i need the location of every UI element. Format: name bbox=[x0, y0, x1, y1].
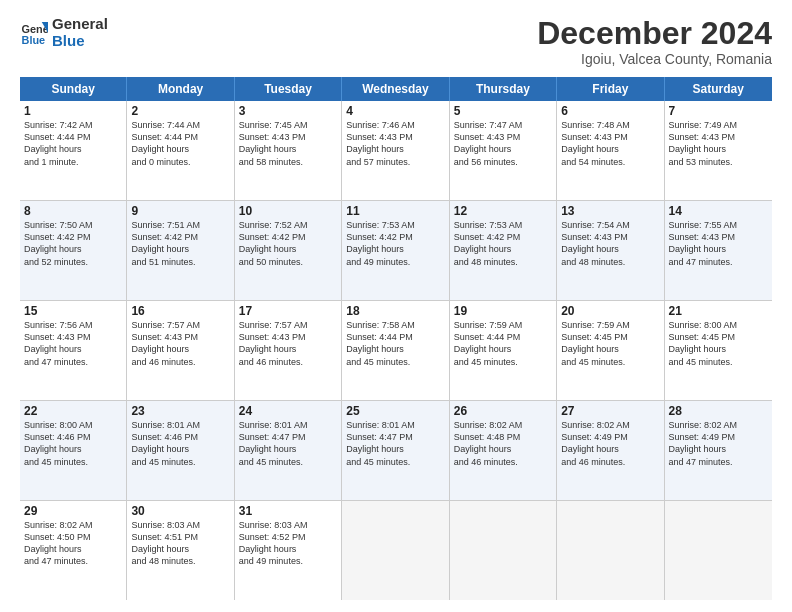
day-cell-18: 18 Sunrise: 7:58 AMSunset: 4:44 PMDaylig… bbox=[342, 301, 449, 400]
day-info: Sunrise: 8:01 AMSunset: 4:47 PMDaylight … bbox=[239, 420, 308, 466]
day-info: Sunrise: 7:42 AMSunset: 4:44 PMDaylight … bbox=[24, 120, 93, 166]
day-number: 23 bbox=[131, 404, 229, 418]
day-info: Sunrise: 7:56 AMSunset: 4:43 PMDaylight … bbox=[24, 320, 93, 366]
empty-cell-4-3 bbox=[342, 501, 449, 600]
calendar-row-1: 1 Sunrise: 7:42 AMSunset: 4:44 PMDayligh… bbox=[20, 101, 772, 201]
day-info: Sunrise: 7:51 AMSunset: 4:42 PMDaylight … bbox=[131, 220, 200, 266]
day-cell-9: 9 Sunrise: 7:51 AMSunset: 4:42 PMDayligh… bbox=[127, 201, 234, 300]
day-number: 16 bbox=[131, 304, 229, 318]
day-number: 6 bbox=[561, 104, 659, 118]
day-number: 15 bbox=[24, 304, 122, 318]
day-info: Sunrise: 8:00 AMSunset: 4:45 PMDaylight … bbox=[669, 320, 738, 366]
day-cell-6: 6 Sunrise: 7:48 AMSunset: 4:43 PMDayligh… bbox=[557, 101, 664, 200]
day-number: 1 bbox=[24, 104, 122, 118]
day-number: 9 bbox=[131, 204, 229, 218]
day-info: Sunrise: 7:48 AMSunset: 4:43 PMDaylight … bbox=[561, 120, 630, 166]
day-info: Sunrise: 7:54 AMSunset: 4:43 PMDaylight … bbox=[561, 220, 630, 266]
main-title: December 2024 bbox=[537, 16, 772, 51]
day-number: 27 bbox=[561, 404, 659, 418]
day-number: 24 bbox=[239, 404, 337, 418]
day-info: Sunrise: 7:58 AMSunset: 4:44 PMDaylight … bbox=[346, 320, 415, 366]
day-number: 13 bbox=[561, 204, 659, 218]
day-cell-29: 29 Sunrise: 8:02 AMSunset: 4:50 PMDaylig… bbox=[20, 501, 127, 600]
day-cell-17: 17 Sunrise: 7:57 AMSunset: 4:43 PMDaylig… bbox=[235, 301, 342, 400]
day-cell-31: 31 Sunrise: 8:03 AMSunset: 4:52 PMDaylig… bbox=[235, 501, 342, 600]
day-cell-27: 27 Sunrise: 8:02 AMSunset: 4:49 PMDaylig… bbox=[557, 401, 664, 500]
day-number: 30 bbox=[131, 504, 229, 518]
day-cell-7: 7 Sunrise: 7:49 AMSunset: 4:43 PMDayligh… bbox=[665, 101, 772, 200]
day-cell-2: 2 Sunrise: 7:44 AMSunset: 4:44 PMDayligh… bbox=[127, 101, 234, 200]
day-cell-28: 28 Sunrise: 8:02 AMSunset: 4:49 PMDaylig… bbox=[665, 401, 772, 500]
svg-text:Blue: Blue bbox=[22, 33, 46, 45]
day-info: Sunrise: 7:57 AMSunset: 4:43 PMDaylight … bbox=[131, 320, 200, 366]
day-number: 25 bbox=[346, 404, 444, 418]
subtitle: Igoiu, Valcea County, Romania bbox=[537, 51, 772, 67]
day-info: Sunrise: 7:59 AMSunset: 4:45 PMDaylight … bbox=[561, 320, 630, 366]
logo-blue: Blue bbox=[52, 33, 108, 50]
logo-general: General bbox=[52, 16, 108, 33]
empty-cell-4-4 bbox=[450, 501, 557, 600]
day-number: 21 bbox=[669, 304, 768, 318]
day-number: 17 bbox=[239, 304, 337, 318]
day-cell-4: 4 Sunrise: 7:46 AMSunset: 4:43 PMDayligh… bbox=[342, 101, 449, 200]
day-cell-15: 15 Sunrise: 7:56 AMSunset: 4:43 PMDaylig… bbox=[20, 301, 127, 400]
day-number: 18 bbox=[346, 304, 444, 318]
day-info: Sunrise: 7:59 AMSunset: 4:44 PMDaylight … bbox=[454, 320, 523, 366]
empty-cell-4-6 bbox=[665, 501, 772, 600]
day-number: 8 bbox=[24, 204, 122, 218]
day-number: 4 bbox=[346, 104, 444, 118]
day-cell-8: 8 Sunrise: 7:50 AMSunset: 4:42 PMDayligh… bbox=[20, 201, 127, 300]
day-cell-23: 23 Sunrise: 8:01 AMSunset: 4:46 PMDaylig… bbox=[127, 401, 234, 500]
day-cell-16: 16 Sunrise: 7:57 AMSunset: 4:43 PMDaylig… bbox=[127, 301, 234, 400]
day-number: 2 bbox=[131, 104, 229, 118]
day-info: Sunrise: 7:45 AMSunset: 4:43 PMDaylight … bbox=[239, 120, 308, 166]
day-info: Sunrise: 8:01 AMSunset: 4:47 PMDaylight … bbox=[346, 420, 415, 466]
day-info: Sunrise: 8:02 AMSunset: 4:48 PMDaylight … bbox=[454, 420, 523, 466]
day-cell-19: 19 Sunrise: 7:59 AMSunset: 4:44 PMDaylig… bbox=[450, 301, 557, 400]
calendar-row-4: 22 Sunrise: 8:00 AMSunset: 4:46 PMDaylig… bbox=[20, 401, 772, 501]
day-info: Sunrise: 7:46 AMSunset: 4:43 PMDaylight … bbox=[346, 120, 415, 166]
day-cell-10: 10 Sunrise: 7:52 AMSunset: 4:42 PMDaylig… bbox=[235, 201, 342, 300]
day-info: Sunrise: 7:53 AMSunset: 4:42 PMDaylight … bbox=[454, 220, 523, 266]
day-info: Sunrise: 8:03 AMSunset: 4:51 PMDaylight … bbox=[131, 520, 200, 566]
day-info: Sunrise: 8:02 AMSunset: 4:49 PMDaylight … bbox=[561, 420, 630, 466]
day-number: 5 bbox=[454, 104, 552, 118]
day-info: Sunrise: 7:44 AMSunset: 4:44 PMDaylight … bbox=[131, 120, 200, 166]
day-number: 19 bbox=[454, 304, 552, 318]
day-info: Sunrise: 8:03 AMSunset: 4:52 PMDaylight … bbox=[239, 520, 308, 566]
day-info: Sunrise: 8:02 AMSunset: 4:50 PMDaylight … bbox=[24, 520, 93, 566]
day-info: Sunrise: 8:01 AMSunset: 4:46 PMDaylight … bbox=[131, 420, 200, 466]
day-number: 7 bbox=[669, 104, 768, 118]
day-cell-11: 11 Sunrise: 7:53 AMSunset: 4:42 PMDaylig… bbox=[342, 201, 449, 300]
day-cell-13: 13 Sunrise: 7:54 AMSunset: 4:43 PMDaylig… bbox=[557, 201, 664, 300]
day-cell-12: 12 Sunrise: 7:53 AMSunset: 4:42 PMDaylig… bbox=[450, 201, 557, 300]
day-header-thursday: Thursday bbox=[450, 77, 557, 101]
day-cell-3: 3 Sunrise: 7:45 AMSunset: 4:43 PMDayligh… bbox=[235, 101, 342, 200]
header: General Blue General Blue December 2024 … bbox=[20, 16, 772, 67]
day-cell-21: 21 Sunrise: 8:00 AMSunset: 4:45 PMDaylig… bbox=[665, 301, 772, 400]
day-number: 28 bbox=[669, 404, 768, 418]
day-number: 20 bbox=[561, 304, 659, 318]
logo: General Blue General Blue bbox=[20, 16, 108, 49]
page: General Blue General Blue December 2024 … bbox=[0, 0, 792, 612]
logo-icon: General Blue bbox=[20, 19, 48, 47]
day-cell-30: 30 Sunrise: 8:03 AMSunset: 4:51 PMDaylig… bbox=[127, 501, 234, 600]
day-cell-1: 1 Sunrise: 7:42 AMSunset: 4:44 PMDayligh… bbox=[20, 101, 127, 200]
day-header-wednesday: Wednesday bbox=[342, 77, 449, 101]
day-cell-22: 22 Sunrise: 8:00 AMSunset: 4:46 PMDaylig… bbox=[20, 401, 127, 500]
day-header-saturday: Saturday bbox=[665, 77, 772, 101]
calendar-row-5: 29 Sunrise: 8:02 AMSunset: 4:50 PMDaylig… bbox=[20, 501, 772, 600]
day-info: Sunrise: 8:02 AMSunset: 4:49 PMDaylight … bbox=[669, 420, 738, 466]
day-number: 22 bbox=[24, 404, 122, 418]
day-header-tuesday: Tuesday bbox=[235, 77, 342, 101]
day-info: Sunrise: 7:49 AMSunset: 4:43 PMDaylight … bbox=[669, 120, 738, 166]
day-cell-5: 5 Sunrise: 7:47 AMSunset: 4:43 PMDayligh… bbox=[450, 101, 557, 200]
day-number: 11 bbox=[346, 204, 444, 218]
day-number: 14 bbox=[669, 204, 768, 218]
calendar-body: 1 Sunrise: 7:42 AMSunset: 4:44 PMDayligh… bbox=[20, 101, 772, 600]
day-header-sunday: Sunday bbox=[20, 77, 127, 101]
day-cell-14: 14 Sunrise: 7:55 AMSunset: 4:43 PMDaylig… bbox=[665, 201, 772, 300]
day-header-friday: Friday bbox=[557, 77, 664, 101]
title-block: December 2024 Igoiu, Valcea County, Roma… bbox=[537, 16, 772, 67]
day-info: Sunrise: 7:57 AMSunset: 4:43 PMDaylight … bbox=[239, 320, 308, 366]
